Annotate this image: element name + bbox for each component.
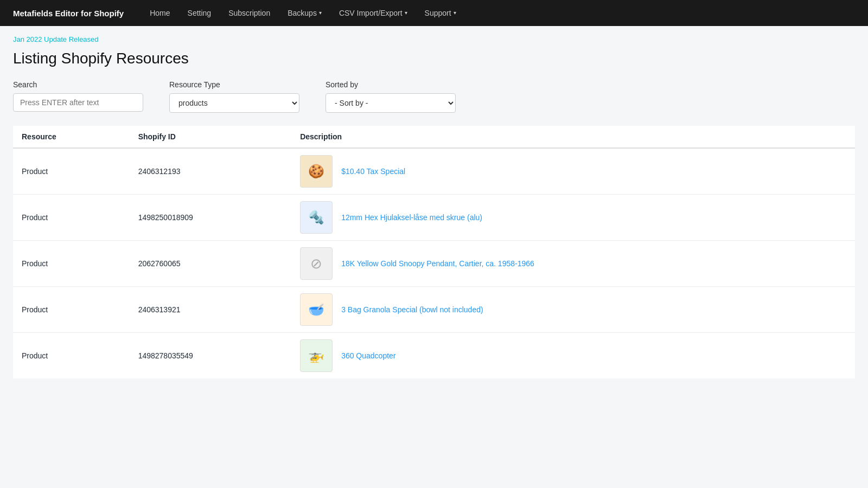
thumb-emoji: 🍪: [308, 164, 324, 179]
resource-type-group: Resource Type products collections custo…: [169, 80, 299, 113]
cell-resource: Product: [13, 241, 130, 287]
search-input[interactable]: [13, 93, 143, 112]
update-banner[interactable]: Jan 2022 Update Released: [13, 35, 99, 43]
cell-resource: Product: [13, 333, 130, 379]
nav-support[interactable]: Support ▾: [416, 0, 465, 26]
resource-table: Resource Shopify ID Description Product2…: [13, 126, 855, 378]
sort-by-label: Sorted by: [326, 80, 456, 89]
cell-shopify-id: 2406313921: [130, 287, 291, 333]
table-row: Product1498278035549🚁360 Quadcopter: [13, 333, 855, 379]
resource-type-select[interactable]: products collections customers orders bl…: [169, 93, 299, 113]
navbar-nav: Home Setting Subscription Backups ▾ CSV …: [141, 0, 855, 26]
product-thumbnail: 🔩: [300, 201, 333, 234]
cell-shopify-id: 1498278035549: [130, 333, 291, 379]
description-wrapper: 🥣3 Bag Granola Special (bowl not include…: [300, 293, 846, 326]
nav-backups[interactable]: Backups ▾: [279, 0, 330, 26]
nav-subscription[interactable]: Subscription: [220, 0, 279, 26]
product-thumbnail: 🍪: [300, 155, 333, 188]
table-row: Product2406312193🍪$10.40 Tax Special: [13, 148, 855, 195]
chevron-down-icon: ▾: [405, 0, 407, 26]
page-title: Listing Shopify Resources: [13, 50, 855, 67]
cell-description: 🚁360 Quadcopter: [291, 333, 855, 379]
nav-setting[interactable]: Setting: [179, 0, 220, 26]
table-row: Product2062760065⊘18K Yellow Gold Snoopy…: [13, 241, 855, 287]
product-link[interactable]: 360 Quadcopter: [341, 351, 395, 360]
cell-description: 🥣3 Bag Granola Special (bowl not include…: [291, 287, 855, 333]
cell-resource: Product: [13, 195, 130, 241]
product-thumbnail: 🚁: [300, 339, 333, 372]
thumb-emoji: 🔩: [308, 210, 324, 225]
description-wrapper: ⊘18K Yellow Gold Snoopy Pendant, Cartier…: [300, 247, 846, 280]
product-thumbnail: ⊘: [300, 247, 333, 280]
navbar: Metafields Editor for Shopify Home Setti…: [0, 0, 868, 26]
filter-bar: Search Resource Type products collection…: [13, 80, 855, 113]
table-row: Product2406313921🥣3 Bag Granola Special …: [13, 287, 855, 333]
product-link[interactable]: 12mm Hex Hjulaksel-låse med skrue (alu): [341, 213, 482, 222]
product-link[interactable]: 18K Yellow Gold Snoopy Pendant, Cartier,…: [341, 259, 534, 268]
cell-description: ⊘18K Yellow Gold Snoopy Pendant, Cartier…: [291, 241, 855, 287]
table-row: Product1498250018909🔩12mm Hex Hjulaksel-…: [13, 195, 855, 241]
thumb-emoji: 🚁: [308, 348, 324, 363]
product-link[interactable]: 3 Bag Granola Special (bowl not included…: [341, 305, 483, 314]
sort-by-group: Sorted by - Sort by - Title A-Z Title Z-…: [326, 80, 456, 113]
cell-description: 🍪$10.40 Tax Special: [291, 148, 855, 195]
product-thumbnail: 🥣: [300, 293, 333, 326]
cell-shopify-id: 2062760065: [130, 241, 291, 287]
table-header-row: Resource Shopify ID Description: [13, 126, 855, 148]
cell-description: 🔩12mm Hex Hjulaksel-låse med skrue (alu): [291, 195, 855, 241]
resource-type-label: Resource Type: [169, 80, 299, 89]
cell-resource: Product: [13, 287, 130, 333]
cell-resource: Product: [13, 148, 130, 195]
nav-home[interactable]: Home: [141, 0, 178, 26]
nav-csv[interactable]: CSV Import/Export ▾: [330, 0, 416, 26]
no-image-icon: ⊘: [310, 255, 322, 272]
cell-shopify-id: 1498250018909: [130, 195, 291, 241]
cell-shopify-id: 2406312193: [130, 148, 291, 195]
col-shopify-id: Shopify ID: [130, 126, 291, 148]
product-link[interactable]: $10.40 Tax Special: [341, 167, 405, 176]
search-group: Search: [13, 80, 143, 112]
search-label: Search: [13, 80, 143, 89]
thumb-emoji: 🥣: [308, 302, 324, 317]
chevron-down-icon: ▾: [454, 0, 456, 26]
col-description: Description: [291, 126, 855, 148]
col-resource: Resource: [13, 126, 130, 148]
description-wrapper: 🍪$10.40 Tax Special: [300, 155, 846, 188]
sort-by-select[interactable]: - Sort by - Title A-Z Title Z-A Created …: [326, 93, 456, 113]
description-wrapper: 🔩12mm Hex Hjulaksel-låse med skrue (alu): [300, 201, 846, 234]
navbar-brand: Metafields Editor for Shopify: [13, 9, 124, 18]
description-wrapper: 🚁360 Quadcopter: [300, 339, 846, 372]
page-wrapper: Jan 2022 Update Released Listing Shopify…: [0, 26, 868, 391]
chevron-down-icon: ▾: [319, 0, 322, 26]
